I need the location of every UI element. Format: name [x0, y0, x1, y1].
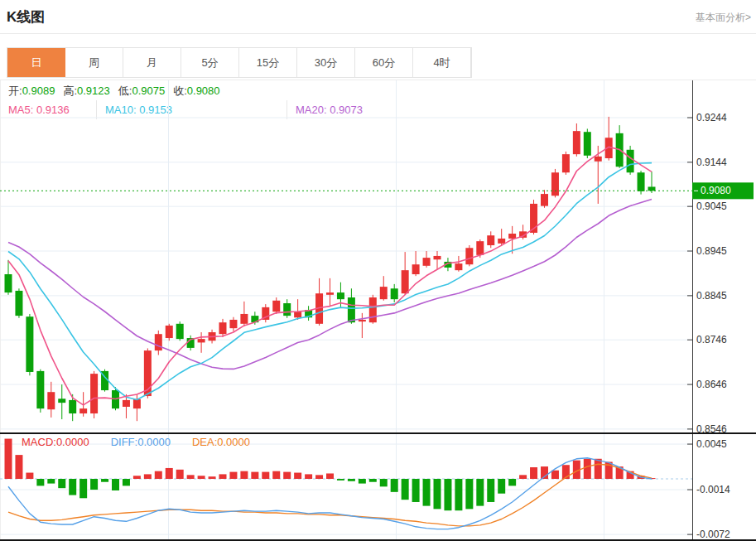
macd-bar [36, 479, 44, 485]
candle[interactable] [562, 152, 570, 175]
candle[interactable] [47, 382, 55, 418]
macd-bar [5, 439, 12, 479]
candle[interactable] [359, 313, 366, 338]
current-price-badge: 0.9080 [692, 182, 754, 199]
macd-bar [294, 473, 301, 479]
tab-period-0[interactable]: 日 [7, 48, 65, 77]
macd-bar [551, 471, 559, 479]
candle[interactable] [229, 317, 237, 331]
candle[interactable] [326, 278, 334, 306]
candle[interactable] [272, 297, 280, 314]
candle[interactable] [455, 256, 462, 272]
macd-bar [423, 479, 431, 506]
main-chart-canvas[interactable]: 0.92440.91440.90450.89450.88450.87460.86… [0, 80, 756, 432]
candle[interactable] [573, 123, 580, 157]
macd-bar [283, 472, 291, 479]
macd-bar [434, 479, 441, 509]
macd-bar [58, 479, 65, 488]
candle[interactable] [391, 284, 398, 302]
candle[interactable] [605, 117, 613, 161]
macd-bar [133, 476, 141, 479]
tab-period-4[interactable]: 15分 [239, 48, 297, 77]
tab-period-2[interactable]: 月 [123, 48, 181, 77]
candle[interactable] [402, 252, 409, 295]
macd-bar [348, 479, 355, 481]
macd-bar [498, 479, 505, 494]
macd-histogram [5, 439, 656, 511]
tab-period-5[interactable]: 30分 [297, 48, 355, 77]
macd-bar [380, 479, 388, 486]
macd-grid [0, 434, 692, 540]
candle[interactable] [423, 251, 431, 268]
candle[interactable] [369, 295, 377, 324]
candle[interactable] [15, 288, 22, 318]
candle[interactable] [58, 384, 65, 419]
candle[interactable] [465, 245, 473, 266]
candle[interactable] [348, 288, 355, 324]
y-axis-label: 0.8845 [696, 290, 727, 302]
fundamental-analysis-link[interactable]: 基本面分析> [696, 11, 751, 25]
macd-y-axis-label: -0.0072 [696, 529, 730, 540]
candle[interactable] [262, 304, 269, 322]
macd-bar [530, 467, 537, 479]
candle[interactable] [434, 251, 441, 269]
kline-page: { "header": { "title": "K线图", "link_labe… [0, 0, 756, 541]
macd-bar [166, 468, 173, 479]
svg-text:0.9080: 0.9080 [701, 185, 731, 196]
page-title: K线图 [7, 7, 45, 27]
candle[interactable] [5, 260, 12, 295]
macd-bar [229, 472, 237, 479]
y-axis-label: 0.8546 [696, 423, 727, 432]
macd-y-axis-label: -0.0014 [696, 484, 730, 495]
tab-period-6[interactable]: 60分 [355, 48, 413, 77]
candle[interactable] [380, 276, 388, 301]
candle[interactable] [176, 321, 184, 341]
macd-bar [47, 479, 55, 484]
candle[interactable] [315, 278, 323, 326]
macd-bar [465, 479, 473, 509]
macd-bar [444, 479, 451, 510]
candle[interactable] [584, 128, 591, 158]
macd-bar [455, 479, 462, 510]
macd-bar [359, 479, 366, 484]
candle[interactable] [90, 371, 98, 418]
macd-bar [519, 475, 527, 479]
macd-bar [595, 459, 602, 479]
candle[interactable] [294, 299, 301, 320]
tab-period-1[interactable]: 周 [65, 48, 123, 77]
candle[interactable] [541, 190, 548, 208]
price-axis-labels: 0.92440.91440.90450.89450.88450.87460.86… [687, 112, 727, 432]
macd-bar [326, 473, 334, 479]
macd-bar [26, 473, 33, 479]
candle[interactable] [487, 231, 494, 248]
candle[interactable] [36, 370, 44, 413]
candle[interactable] [412, 251, 420, 276]
candle[interactable] [166, 324, 173, 341]
macd-bar [508, 479, 516, 485]
candle[interactable] [616, 125, 624, 168]
candle[interactable] [283, 299, 291, 318]
tab-period-7[interactable]: 4时 [413, 48, 471, 77]
y-axis-label: 0.9144 [696, 157, 727, 168]
macd-bar [209, 476, 216, 479]
macd-bar [584, 459, 591, 479]
macd-bar [69, 479, 76, 495]
panel-separator [0, 432, 756, 434]
macd-y-axis-label: 0.0045 [696, 438, 727, 450]
macd-bar [176, 470, 184, 479]
tab-period-3[interactable]: 5分 [181, 48, 239, 77]
candle[interactable] [219, 319, 227, 337]
candle[interactable] [240, 302, 248, 326]
candle[interactable] [305, 306, 312, 321]
macd-bar [219, 474, 227, 479]
macd-bar [369, 479, 377, 482]
macd-bar [476, 479, 484, 506]
macd-bar [251, 472, 258, 479]
candle[interactable] [198, 332, 205, 353]
candle[interactable] [187, 336, 195, 350]
candle[interactable] [26, 314, 33, 375]
candle[interactable] [551, 169, 559, 197]
macd-chart-canvas[interactable]: 0.0045-0.0014-0.0072 [0, 432, 756, 541]
candle[interactable] [155, 331, 162, 355]
candle[interactable] [648, 171, 656, 193]
